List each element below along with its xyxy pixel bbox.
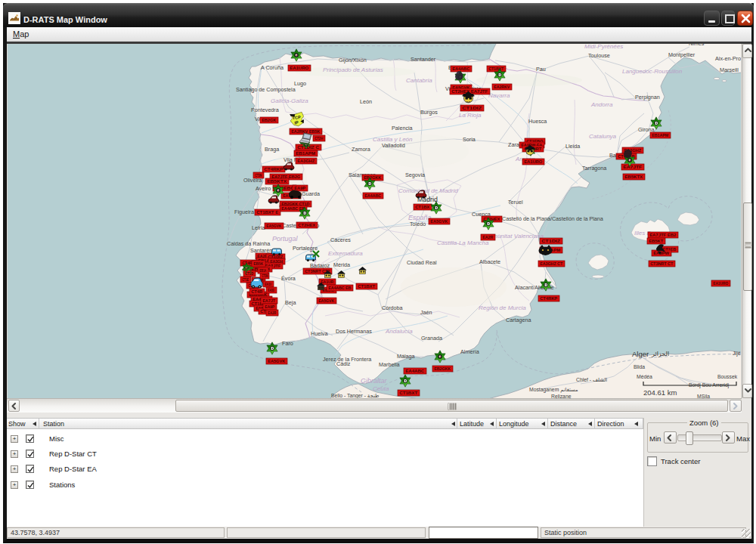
svg-text:Lleida: Lleida bbox=[565, 143, 580, 150]
svg-text:Boussek: Boussek bbox=[717, 374, 738, 379]
svg-text:EA7JT: EA7JT bbox=[262, 298, 275, 303]
svg-text:Caldas da Rainha: Caldas da Rainha bbox=[227, 240, 270, 247]
svg-text:EA1URO: EA1URO bbox=[524, 159, 542, 164]
svg-text:Blida: Blida bbox=[634, 364, 645, 369]
svg-text:Jijé: Jijé bbox=[733, 350, 741, 357]
svg-text:CT4R: CT4R bbox=[251, 289, 262, 294]
svg-text:Marbella: Marbella bbox=[379, 361, 400, 368]
svg-text:EA4ABC: EA4ABC bbox=[405, 368, 425, 373]
svg-text:Santiago de Compostela: Santiago de Compostela bbox=[236, 86, 296, 93]
svg-text:Comunidad de Madrid: Comunidad de Madrid bbox=[398, 187, 458, 194]
svg-text:Zamora: Zamora bbox=[352, 146, 370, 153]
svg-text:Ciudad Real: Ciudad Real bbox=[407, 259, 437, 266]
svg-text:Valladolid: Valladolid bbox=[382, 142, 405, 149]
svg-text:Toledo: Toledo bbox=[410, 221, 426, 227]
svg-text:Marseill: Marseill bbox=[720, 66, 739, 73]
svg-text:Castelló de la Plana/Castellón: Castelló de la Plana/Castellón de la Pla… bbox=[502, 215, 603, 222]
svg-text:CT1DIZ: CT1DIZ bbox=[541, 238, 560, 243]
svg-text:Granada: Granada bbox=[421, 335, 442, 342]
svg-text:EA9P: EA9P bbox=[294, 185, 305, 190]
svg-text:EB5KTX: EB5KTX bbox=[624, 174, 643, 179]
svg-text:Cáceres: Cáceres bbox=[330, 236, 351, 243]
svg-text:CT2H: CT2H bbox=[314, 135, 323, 141]
svg-text:Navarra: Navarra bbox=[488, 92, 510, 99]
svg-text:EA5GVK: EA5GVK bbox=[318, 298, 334, 303]
svg-text:Lugo: Lugo bbox=[294, 80, 306, 87]
svg-text:CT1BXT E: CT1BXT E bbox=[256, 209, 278, 215]
svg-text:EA3G: EA3G bbox=[268, 287, 274, 292]
svg-text:EB2GK: EB2GK bbox=[262, 117, 276, 122]
svg-text:León: León bbox=[360, 98, 372, 105]
svg-text:Santander: Santander bbox=[411, 56, 436, 63]
svg-text:Castilla y León: Castilla y León bbox=[373, 136, 413, 143]
svg-text:Castilla-La Mancha: Castilla-La Mancha bbox=[437, 240, 489, 246]
svg-text:EA4ABC: EA4ABC bbox=[452, 66, 469, 71]
svg-text:EA7JTF: EA7JTF bbox=[623, 164, 642, 169]
svg-text:EA1U: EA1U bbox=[265, 281, 271, 286]
svg-text:Aveiro: Aveiro bbox=[256, 185, 271, 192]
svg-text:EA3GHZ: EA3GHZ bbox=[297, 158, 314, 163]
svg-text:Midi-Pyrénées: Midi-Pyrénées bbox=[584, 44, 623, 50]
svg-text:Gibraltar: Gibraltar bbox=[361, 377, 388, 385]
svg-text:Aix-en-Pro: Aix-en-Pro bbox=[715, 55, 741, 62]
svg-text:Segovia: Segovia bbox=[405, 172, 425, 178]
svg-text:Alger: Alger bbox=[632, 350, 649, 358]
svg-text:TCP: TCP bbox=[292, 115, 301, 120]
svg-text:Évora: Évora bbox=[281, 275, 296, 282]
svg-text:EB5KTX: EB5KTX bbox=[267, 178, 287, 184]
svg-text:España: España bbox=[408, 214, 432, 221]
svg-text:EA5GVK: EA5GVK bbox=[266, 223, 281, 228]
svg-text:Languedoc-Roussillon: Languedoc-Roussillon bbox=[622, 68, 683, 75]
svg-text:Albacete: Albacete bbox=[479, 258, 500, 265]
svg-text:Guarda: Guarda bbox=[302, 190, 320, 197]
svg-text:EA2R: EA2R bbox=[482, 234, 493, 240]
svg-text:Pau: Pau bbox=[536, 66, 546, 73]
svg-text:Cantabria: Cantabria bbox=[406, 77, 432, 84]
svg-text:EB5KT: EB5KT bbox=[649, 238, 663, 243]
svg-text:Catalunya: Catalunya bbox=[589, 133, 617, 140]
svg-text:Faro: Faro bbox=[282, 340, 293, 347]
svg-text:CT1DIZ: CT1DIZ bbox=[462, 105, 482, 110]
svg-text:Huesca: Huesca bbox=[528, 118, 547, 125]
svg-text:EB1APM: EB1APM bbox=[652, 132, 668, 138]
svg-text:Extremadura: Extremadura bbox=[328, 250, 363, 257]
svg-text:EB1APM: EB1APM bbox=[296, 150, 315, 156]
svg-text:EA5GVK: EA5GVK bbox=[268, 358, 285, 363]
svg-text:EA4ABC: EA4ABC bbox=[364, 193, 381, 198]
svg-text:Andalucía: Andalucía bbox=[385, 328, 413, 335]
svg-text:Galicia-Galiza: Galicia-Galiza bbox=[271, 97, 308, 104]
svg-text:EA2RKV: EA2RKV bbox=[494, 84, 510, 89]
svg-text:Médéa: Médéa bbox=[637, 374, 652, 379]
svg-text:A Coruña: A Coruña bbox=[261, 64, 284, 71]
svg-text:Soria: Soria bbox=[463, 136, 476, 143]
svg-text:Braga: Braga bbox=[265, 146, 279, 153]
svg-text:CT4RKP: CT4RKP bbox=[264, 166, 283, 172]
svg-text:Figueira: Figueira bbox=[234, 209, 254, 215]
svg-text:Málaga: Málaga bbox=[397, 353, 415, 360]
svg-text:204.61 km: 204.61 km bbox=[643, 388, 677, 397]
svg-text:EA2RKV EB5K: EA2RKV EB5K bbox=[291, 128, 320, 134]
svg-text:Portugal: Portugal bbox=[272, 235, 299, 243]
svg-text:Nimes: Nimes bbox=[689, 44, 705, 47]
svg-text:Almería: Almería bbox=[460, 348, 479, 355]
svg-text:Mostaganem مستغانم: Mostaganem مستغانم bbox=[529, 387, 578, 393]
svg-text:La Rioja: La Rioja bbox=[459, 112, 482, 119]
svg-text:Perpignan: Perpignan bbox=[635, 94, 660, 100]
svg-text:Chlef - الشلف: Chlef - الشلف bbox=[576, 377, 607, 382]
svg-text:Cartagena: Cartagena bbox=[506, 317, 531, 323]
svg-text:EA1URO: EA1URO bbox=[713, 280, 728, 286]
svg-text:EB1A: EB1A bbox=[259, 267, 266, 273]
svg-text:Región de Murcia: Región de Murcia bbox=[479, 304, 526, 311]
svg-text:EA9P: EA9P bbox=[265, 304, 274, 309]
svg-text:CT3NRT CT: CT3NRT CT bbox=[650, 261, 673, 266]
svg-text:Gijón/Xixón: Gijón/Xixón bbox=[339, 57, 367, 63]
svg-text:EA7JTF EB2: EA7JTF EB2 bbox=[649, 232, 677, 237]
svg-text:Córdoba: Córdoba bbox=[382, 304, 403, 311]
svg-text:Andorra: Andorra bbox=[590, 101, 613, 108]
svg-text:Mérida: Mérida bbox=[333, 261, 350, 268]
svg-text:Bello - Tanger - طنجة: Bello - Tanger - طنجة bbox=[331, 393, 379, 398]
svg-text:Palencia: Palencia bbox=[392, 125, 413, 131]
svg-text:EB5K: EB5K bbox=[253, 261, 263, 266]
svg-text:Huelva: Huelva bbox=[311, 330, 327, 337]
svg-text:IP: IP bbox=[294, 120, 299, 125]
